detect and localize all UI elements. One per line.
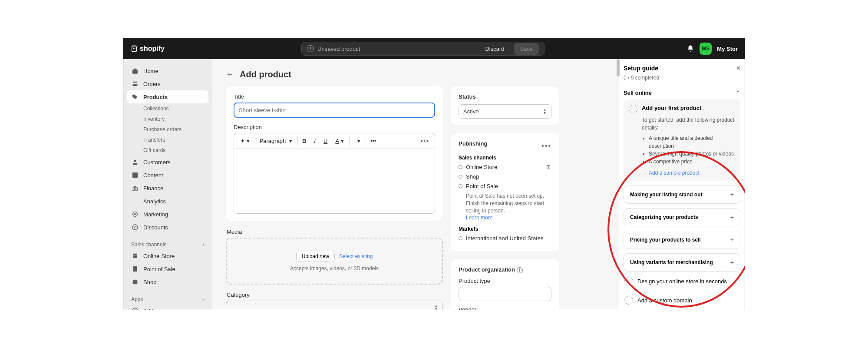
product-title-input[interactable]: [234, 103, 435, 118]
sidebar-item-customers[interactable]: Customers: [127, 156, 208, 169]
sidebar-item-discounts[interactable]: Discounts: [127, 221, 208, 234]
ai-magic-icon[interactable]: ✦ ▾: [238, 136, 252, 146]
upload-new-button[interactable]: Upload new: [296, 251, 335, 262]
vendor-label: Vendor: [459, 306, 551, 310]
italic-button[interactable]: I: [311, 136, 318, 146]
alert-icon: !: [307, 45, 314, 52]
scrollbar[interactable]: [617, 59, 620, 76]
learn-more-link[interactable]: Learn more: [466, 215, 492, 221]
sidebar: Home Orders Products Collections Invento…: [123, 59, 212, 310]
shopify-logo[interactable]: shopify: [130, 45, 165, 53]
guide-card-pricing[interactable]: Pricing your products to sell+: [624, 231, 740, 249]
sidebar-section-sales-channels[interactable]: Sales channels›: [127, 240, 208, 249]
align-button[interactable]: ≡▾: [349, 136, 363, 146]
sidebar-sub-purchase-orders[interactable]: Purchase orders: [127, 124, 208, 135]
circle-icon: [459, 165, 462, 169]
bold-button[interactable]: B: [297, 136, 309, 146]
guide-card-listing[interactable]: Making your listing stand out+: [624, 186, 740, 204]
save-button[interactable]: Save: [514, 43, 539, 55]
bullet: Several high quality photos or videos: [649, 150, 735, 158]
target-icon: [131, 210, 139, 218]
sidebar-add-apps[interactable]: Add apps: [127, 304, 208, 310]
sidebar-item-analytics[interactable]: Analytics: [127, 195, 208, 208]
sidebar-item-finance[interactable]: Finance: [127, 182, 208, 195]
sidebar-item-marketing[interactable]: Marketing: [127, 208, 208, 221]
underline-button[interactable]: U: [321, 136, 330, 146]
step-title: Add your first product: [642, 105, 701, 113]
media-upload-zone[interactable]: Upload new Select existing Accepts image…: [226, 238, 443, 285]
circle-icon: [459, 236, 462, 240]
home-icon: [131, 67, 139, 75]
more-button[interactable]: •••: [366, 136, 379, 146]
category-label: Category: [227, 292, 443, 298]
info-icon[interactable]: i: [517, 267, 523, 273]
market-intl: International and United States: [459, 235, 551, 242]
sidebar-section-apps[interactable]: Apps›: [127, 295, 208, 304]
select-existing-button[interactable]: Select existing: [339, 251, 373, 262]
plus-icon: +: [730, 214, 734, 221]
chevron-up-icon: ⌃: [736, 90, 740, 96]
updown-icon: ▲▼: [543, 109, 547, 115]
channel-shop: Shop: [459, 173, 551, 180]
title-label: Title: [234, 93, 435, 100]
pos-icon: [131, 265, 139, 273]
paragraph-select[interactable]: Paragraph ▾: [255, 136, 295, 146]
guide-progress: 0 / 9 completed: [624, 75, 740, 81]
calendar-icon[interactable]: 🗓: [546, 164, 551, 170]
guide-card-categorizing[interactable]: Categorizing your products+: [624, 208, 740, 226]
guide-title: Setup guide: [624, 65, 658, 72]
store-avatar[interactable]: MS: [700, 43, 712, 55]
guide-row-design[interactable]: Design your online store in seconds: [624, 272, 740, 291]
discard-button[interactable]: Discard: [479, 43, 510, 55]
sales-channels-label: Sales channels: [459, 155, 551, 161]
sidebar-item-orders[interactable]: Orders: [127, 77, 208, 90]
sidebar-item-products[interactable]: Products: [127, 90, 208, 103]
sidebar-item-home[interactable]: Home: [127, 64, 208, 77]
category-select[interactable]: ▲▼: [226, 301, 443, 310]
sidebar-channel-shop[interactable]: Shop: [127, 275, 208, 288]
sidebar-sub-collections[interactable]: Collections: [127, 103, 208, 114]
product-type-label: Product type: [459, 278, 551, 284]
editor-toolbar: ✦ ▾ Paragraph ▾ B I U A▾ ≡▾ ••• </>: [234, 133, 435, 149]
store-name[interactable]: My Stor: [717, 46, 738, 52]
sidebar-channel-pos[interactable]: Point of Sale: [127, 262, 208, 275]
step-circle-icon: [624, 296, 633, 305]
guide-card-variants[interactable]: Using variants for merchandising+: [624, 253, 740, 272]
close-icon[interactable]: ×: [736, 64, 740, 72]
back-arrow-icon[interactable]: ←: [226, 70, 234, 79]
bullet: A unique title and a detailed descriptio…: [649, 134, 735, 150]
product-type-input[interactable]: [459, 287, 551, 301]
media-label: Media: [227, 229, 443, 235]
svg-rect-1: [132, 172, 138, 178]
image-icon: [131, 171, 139, 179]
channel-online-store: Online Store🗓: [459, 164, 551, 170]
chart-icon: [131, 197, 139, 205]
add-sample-link[interactable]: → Add a sample product: [642, 170, 700, 176]
card-status: Status Active▲▼: [451, 86, 559, 126]
bullet: A competitive price: [649, 158, 735, 166]
top-bar: shopify ! Unsaved product Discard Save M…: [123, 38, 745, 59]
sidebar-sub-transfers[interactable]: Transfers: [127, 135, 208, 145]
plus-circle-icon: [131, 307, 139, 310]
code-view-button[interactable]: </>: [418, 136, 431, 146]
publishing-more-icon[interactable]: •••: [541, 142, 551, 150]
step-circle-icon: [624, 277, 633, 285]
status-select[interactable]: Active▲▼: [459, 104, 551, 119]
sidebar-item-content[interactable]: Content: [127, 169, 208, 182]
sidebar-sub-gift-cards[interactable]: Gift cards: [127, 145, 208, 156]
bank-icon: [131, 184, 139, 192]
person-icon: [131, 158, 139, 166]
guide-row-domain[interactable]: Add a custom domain: [624, 291, 740, 310]
notifications-icon[interactable]: [686, 45, 694, 53]
text-color-button[interactable]: A▾: [333, 136, 347, 146]
guide-section-sell-online[interactable]: Sell online⌃: [624, 86, 740, 99]
markets-label: Markets: [459, 226, 551, 232]
chevron-right-icon: ›: [202, 242, 204, 248]
shop-icon: [131, 278, 139, 286]
sidebar-channel-online-store[interactable]: Online Store: [127, 249, 208, 262]
tag-icon: [131, 93, 139, 101]
card-publishing: Publishing••• Sales channels Online Stor…: [451, 133, 559, 252]
sidebar-sub-inventory[interactable]: Inventory: [127, 114, 208, 124]
circle-icon: [459, 184, 462, 188]
description-editor[interactable]: [234, 149, 435, 214]
